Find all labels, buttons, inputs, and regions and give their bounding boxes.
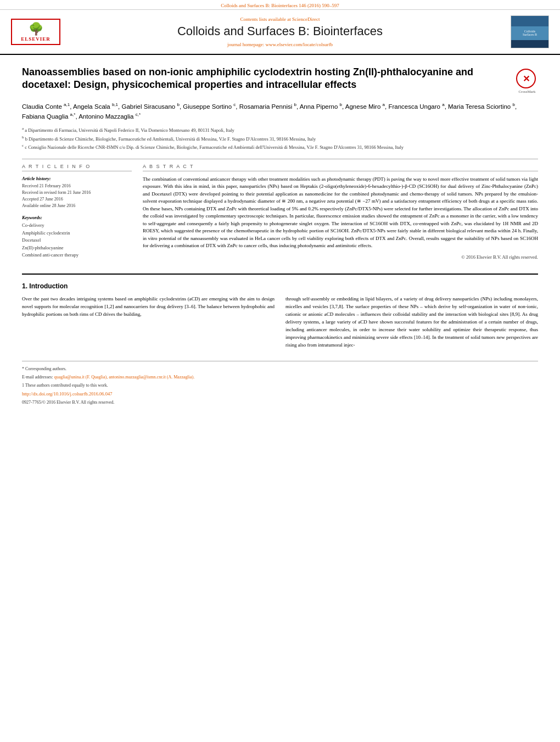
email-links[interactable]: quaglia@unina.it (F. Quaglia), antonino.…	[54, 375, 195, 380]
crossmark-badge[interactable]	[516, 69, 536, 88]
equal-contrib: 1 These authors contributed equally to t…	[22, 382, 538, 389]
article-title: Nanoassemblies based on non-ionic amphip…	[22, 66, 511, 92]
intro-para-1: Over the past two decades intriguing sys…	[22, 295, 275, 319]
page: Colloids and Surfaces B: Biointerfaces 1…	[0, 0, 560, 742]
keywords-group: Keywords: Co-delivery Amphiphilic cyclod…	[22, 215, 132, 259]
authors: Claudia Conte a,1, Angela Scala b,1, Gab…	[22, 102, 538, 122]
intro-two-col: Over the past two decades intriguing sys…	[22, 295, 538, 354]
abstract-copyright: © 2016 Elsevier B.V. All rights reserved…	[143, 254, 538, 260]
crossmark-label: CrossMark	[516, 90, 538, 94]
sciencedirect-link[interactable]: ScienceDirect	[292, 16, 320, 22]
divider-1	[22, 159, 538, 159]
journal-thumbnail: ColloidsSurfaces B	[511, 15, 549, 48]
elsevier-tree-icon: 🌳	[14, 22, 57, 36]
available-date: Available online 28 June 2016	[22, 203, 132, 209]
article-info-abstract: A R T I C L E I N F O Article history: R…	[22, 164, 538, 263]
keyword-2: Amphiphilic cyclodextrin	[22, 230, 132, 237]
journal-title: Colloids and Surfaces B: Biointerfaces	[60, 24, 500, 38]
abstract-column: A B S T R A C T The combination of conve…	[143, 164, 538, 263]
article-info-label: A R T I C L E I N F O	[22, 164, 132, 171]
crossmark[interactable]: CrossMark	[516, 69, 538, 94]
article-history: Article history: Received 21 February 20…	[22, 176, 132, 209]
journal-center: Contents lists available at ScienceDirec…	[60, 16, 500, 47]
affiliation-a: a a Dipartimento di Farmacia, Università…	[22, 126, 538, 134]
keyword-5: Combined anti-cancer therapy	[22, 252, 132, 259]
elsevier-brand: ELSEVIER	[14, 36, 57, 42]
abstract-label: A B S T R A C T	[143, 164, 538, 171]
journal-link[interactable]: Colloids and Surfaces B: Biointerfaces 1…	[221, 3, 339, 8]
history-label: Article history:	[22, 176, 132, 181]
elsevier-logo: 🌳 ELSEVIER	[11, 19, 60, 45]
corresponding-label: * Corresponding authors.	[22, 366, 538, 372]
journal-header: 🌳 ELSEVIER Contents lists available at S…	[0, 10, 560, 55]
intro-para-2: through self-assembly or embedding in li…	[285, 295, 538, 349]
article-info-column: A R T I C L E I N F O Article history: R…	[22, 164, 132, 263]
homepage-link[interactable]: www.elsevier.com/locate/colsurfb	[266, 42, 333, 47]
section-title: 1. Introduction	[22, 282, 538, 290]
received-date: Received 21 February 2016	[22, 183, 132, 189]
journal-right: ColloidsSurfaces B	[500, 15, 549, 48]
footnotes: * Corresponding authors. E-mail addresse…	[22, 361, 538, 406]
introduction-section: 1. Introduction Over the past two decade…	[22, 274, 538, 354]
keyword-3: Docetaxel	[22, 237, 132, 244]
intro-col-left: Over the past two decades intriguing sys…	[22, 295, 275, 354]
doi-line[interactable]: http://dx.doi.org/10.1016/j.colsurfb.201…	[22, 390, 538, 398]
affiliation-c: c c Consiglio Nazionale delle Ricerche C…	[22, 143, 538, 151]
intro-col-right: through self-assembly or embedding in li…	[285, 295, 538, 354]
affiliations: a a Dipartimento di Farmacia, Università…	[22, 126, 538, 151]
top-banner: Colloids and Surfaces B: Biointerfaces 1…	[0, 0, 560, 10]
contents-line: Contents lists available at ScienceDirec…	[60, 16, 500, 22]
revised-date: Received in revised form 21 June 2016	[22, 189, 132, 196]
email-line: E-mail addresses: quaglia@unina.it (F. Q…	[22, 374, 538, 381]
abstract-text: The combination of conventional anticanc…	[143, 176, 538, 250]
affiliation-b: b b Dipartimento di Scienze Chimiche, Bi…	[22, 135, 538, 143]
article-title-text: Nanoassemblies based on non-ionic amphip…	[22, 66, 511, 92]
keyword-4: Zn(II)-phthalocyanine	[22, 244, 132, 252]
article-title-section: Nanoassemblies based on non-ionic amphip…	[22, 66, 538, 94]
accepted-date: Accepted 27 June 2016	[22, 196, 132, 203]
issn-line: 0927-7765/© 2016 Elsevier B.V. All right…	[22, 399, 538, 406]
article-content: Nanoassemblies based on non-ionic amphip…	[0, 55, 560, 419]
homepage-line: journal homepage: www.elsevier.com/locat…	[60, 42, 500, 47]
keyword-1: Co-delivery	[22, 222, 132, 230]
keywords-label: Keywords:	[22, 215, 132, 220]
